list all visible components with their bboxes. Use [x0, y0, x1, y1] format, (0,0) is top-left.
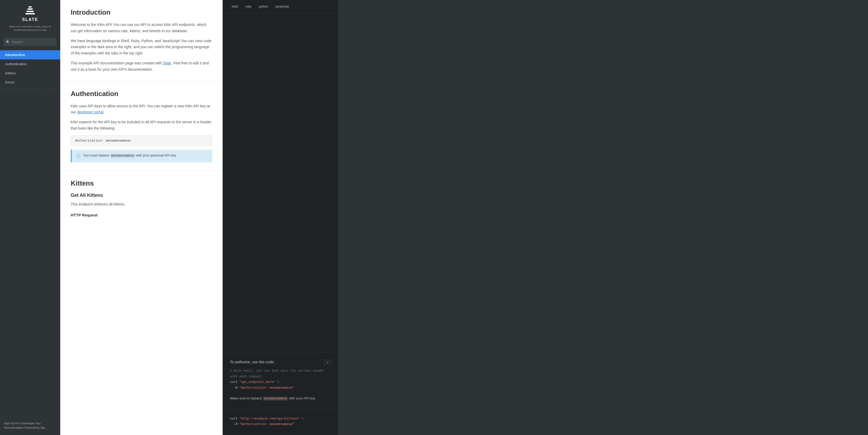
auth-para-2: Kittn expects for the API key to be incl… [71, 119, 212, 132]
auth-code-line2: -H "Authorization: meowmeowmeow" [230, 385, 331, 391]
auth-dark-title: To authorize, use this code: [230, 360, 331, 364]
search-icon: 🔍 [6, 40, 10, 44]
footer-link-developer[interactable]: Sign Up for a Developer Key [4, 422, 40, 425]
brand-name: SLATE [4, 17, 56, 22]
kittens-dark-code: curl "http://example.com/api/kittens" \ … [230, 416, 331, 427]
info-icon: ⓘ [76, 154, 81, 159]
sidebar-item-authentication[interactable]: Authentication [0, 59, 60, 69]
tab-javascript[interactable]: javascript [272, 3, 292, 10]
sidebar-item-introduction[interactable]: Introduction [0, 50, 60, 59]
get-all-kittens-desc: This endpoint retrieves all kittens. [71, 201, 212, 207]
auth-code-line1: curl "api_endpoint_here" \ [230, 379, 331, 385]
authentication-section: Authentication Kittn uses API keys to al… [60, 81, 223, 171]
kittens-code-line1: curl "http://example.com/api/kittens" \ [230, 416, 331, 422]
auth-para-1: Kittn uses API keys to allow access to t… [71, 103, 212, 116]
tab-python[interactable]: python [255, 3, 272, 10]
auth-info-box: ⓘ You must replace meowmeowmeow with you… [71, 150, 212, 162]
auth-endpoint-string: "api_endpoint_here" [239, 380, 275, 384]
kittens-section: Kittens Get All Kittens This endpoint re… [60, 171, 223, 226]
sidebar-item-kittens[interactable]: Kittens [0, 69, 60, 78]
auth-dark-code: # With shell, you can just pass the corr… [230, 368, 331, 391]
svg-rect-2 [28, 8, 33, 10]
auth-header-string: "Authorization: meowmeowmeow" [239, 386, 294, 390]
kittens-title: Kittens [71, 179, 212, 188]
auth-code-block: Authorization: meowmeowmeow [71, 135, 212, 146]
sidebar-nav: Introduction Authentication Kittens Erro… [0, 50, 60, 418]
tab-shell[interactable]: shell [228, 3, 242, 10]
introduction-title: Introduction [71, 8, 212, 16]
sidebar-footer: Sign Up for a Developer Key Documentatio… [0, 418, 60, 435]
auth-dark-section: ⎘ To authorize, use this code: # With sh… [223, 353, 338, 409]
copy-button[interactable]: ⎘ [324, 360, 331, 365]
main-area: Introduction Welcome to the Kittn API! Y… [60, 0, 868, 435]
auth-replace-code: meowmeowmeow [263, 397, 288, 401]
intro-para-3: This example API documentation page was … [71, 60, 212, 73]
intro-dark-section [223, 13, 338, 353]
footer-link-docs[interactable]: Documentation Powered by Sla... [4, 426, 47, 429]
nav-divider [0, 90, 60, 90]
info-code: meowmeowmeow [110, 154, 135, 158]
svg-rect-3 [29, 6, 32, 8]
sidebar: SLATE Replace this with your logo in sou… [0, 0, 60, 435]
logo-icon [4, 6, 56, 16]
sidebar-item-errors[interactable]: Errors [0, 78, 60, 87]
kittens-code-line2: -H "Authorization: meowmeowmeow" [230, 422, 331, 427]
kittens-dark-section: curl "http://example.com/api/kittens" \ … [223, 409, 338, 435]
auth-dark-note: Make sure to replace meowmeowmeow with y… [230, 396, 331, 401]
lang-tabs: shell ruby python javascript [223, 0, 338, 13]
auth-code-comment: # With shell, you can just pass the corr… [230, 368, 331, 379]
kittens-header-string: "Authorization: meowmeowmeow" [239, 423, 294, 426]
intro-para-1: Welcome to the Kittn API! You can use ou… [71, 22, 212, 34]
intro-para-2: We have language bindings in Shell, Ruby… [71, 38, 212, 57]
authentication-title: Authentication [71, 90, 212, 98]
tab-ruby[interactable]: ruby [242, 3, 255, 10]
search-container: 🔍 [4, 38, 57, 46]
svg-rect-1 [27, 11, 34, 12]
info-text: You must replace meowmeowmeow with your … [83, 154, 177, 158]
sidebar-tagline: Replace this with your logo in source/im… [0, 25, 60, 36]
kittens-url-string: "http://example.com/api/kittens" [239, 417, 300, 421]
logo-area: SLATE [0, 0, 60, 25]
search-input[interactable] [4, 38, 57, 46]
dark-panel: shell ruby python javascript ⎘ To author… [223, 0, 338, 435]
content-panel: Introduction Welcome to the Kittn API! Y… [60, 0, 223, 435]
slate-link[interactable]: Slate [163, 61, 171, 65]
svg-rect-0 [25, 13, 35, 14]
get-all-kittens-title: Get All Kittens [71, 193, 212, 198]
http-request-title: HTTP Request [71, 213, 212, 217]
dev-portal-link[interactable]: developer portal [77, 110, 103, 114]
introduction-section: Introduction Welcome to the Kittn API! Y… [60, 0, 223, 81]
